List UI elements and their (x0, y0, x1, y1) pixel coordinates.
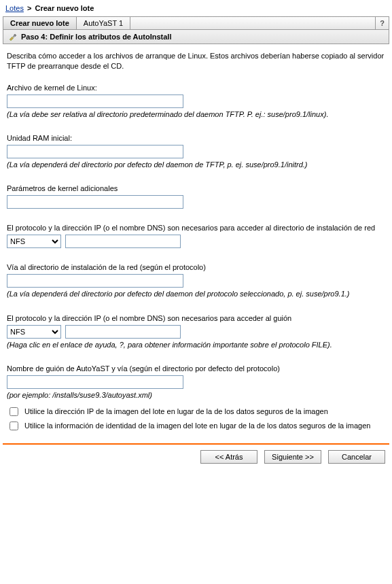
use-identity-row: Utilice la información de identidad de l… (7, 421, 385, 432)
ram-hint: (La vía dependerá del directorio por def… (7, 160, 385, 169)
cancel-button[interactable]: Cancelar (328, 450, 385, 464)
script-hint: (Haga clic en el enlace de ayuda, ?, par… (7, 340, 385, 349)
ram-label: Unidad RAM inicial: (7, 134, 385, 142)
kernel-label: Archivo de kernel de Linux: (7, 84, 385, 92)
breadcrumb: Lotes > Crear nuevo lote (3, 3, 389, 16)
kernel-input[interactable] (7, 95, 183, 108)
step-title: Paso 4: Definir los atributos de AutoIns… (21, 33, 171, 41)
netinst-protocol-select[interactable]: NFS (7, 235, 61, 248)
scriptname-label: Nombre de guión de AutoYaST y vía (según… (7, 364, 385, 373)
ram-input[interactable] (7, 145, 183, 158)
use-identity-checkbox[interactable] (10, 422, 18, 430)
params-input[interactable] (7, 195, 183, 209)
netpath-hint: (La vía dependerá del directorio por def… (7, 289, 385, 298)
script-block: El protocolo y la dirección IP (o el nom… (7, 314, 385, 349)
tools-icon (7, 32, 17, 41)
use-ip-row: Utilice la dirección IP de la imagen del… (7, 407, 385, 418)
breadcrumb-separator: > (26, 4, 33, 12)
params-block: Parámetros de kernel adicionales (7, 184, 385, 209)
netpath-block: Vía al directorio de instalación de la r… (7, 263, 385, 298)
form-content: Describa cómo acceder a los archivos de … (3, 44, 389, 438)
script-protocol-select[interactable]: NFS (7, 325, 61, 339)
step-header: Paso 4: Definir los atributos de AutoIns… (3, 30, 389, 44)
use-ip-label: Utilice la dirección IP de la imagen del… (24, 407, 328, 416)
netinst-label: El protocolo y la dirección IP (o el nom… (7, 224, 385, 232)
kernel-hint: (La vía debe ser relativa al directorio … (7, 109, 385, 119)
ram-block: Unidad RAM inicial: (La vía dependerá de… (7, 134, 385, 169)
netinst-block: El protocolo y la dirección IP (o el nom… (7, 224, 385, 248)
breadcrumb-root-link[interactable]: Lotes (5, 4, 24, 12)
scriptname-input[interactable] (7, 375, 183, 389)
next-button[interactable]: Siguiente >> (264, 450, 321, 464)
script-address-input[interactable] (65, 325, 181, 339)
netpath-label: Vía al directorio de instalación de la r… (7, 263, 385, 271)
wizard-footer: << Atrás Siguiente >> Cancelar (3, 443, 389, 466)
scriptname-block: Nombre de guión de AutoYaST y vía (según… (7, 364, 385, 400)
use-identity-label: Utilice la información de identidad de l… (24, 421, 370, 430)
params-label: Parámetros de kernel adicionales (7, 184, 385, 192)
use-ip-checkbox[interactable] (10, 407, 18, 416)
tab-autoyast-1[interactable]: AutoYaST 1 (77, 17, 130, 29)
breadcrumb-current: Crear nuevo lote (35, 4, 94, 12)
svg-line-0 (13, 36, 14, 37)
help-button[interactable]: ? (375, 17, 389, 29)
script-label: El protocolo y la dirección IP (o el nom… (7, 314, 385, 322)
netpath-input[interactable] (7, 274, 183, 288)
tab-bar: Crear nuevo lote AutoYaST 1 ? (3, 16, 389, 30)
netinst-address-input[interactable] (65, 235, 181, 248)
intro-text: Describa cómo acceder a los archivos de … (7, 51, 385, 71)
kernel-block: Archivo de kernel de Linux: (La vía debe… (7, 84, 385, 119)
back-button[interactable]: << Atrás (200, 450, 257, 464)
tab-crear-nuevo-lote[interactable]: Crear nuevo lote (3, 17, 77, 29)
scriptname-hint: (por ejemplo: /installs/suse9.3/autoyast… (7, 390, 385, 400)
